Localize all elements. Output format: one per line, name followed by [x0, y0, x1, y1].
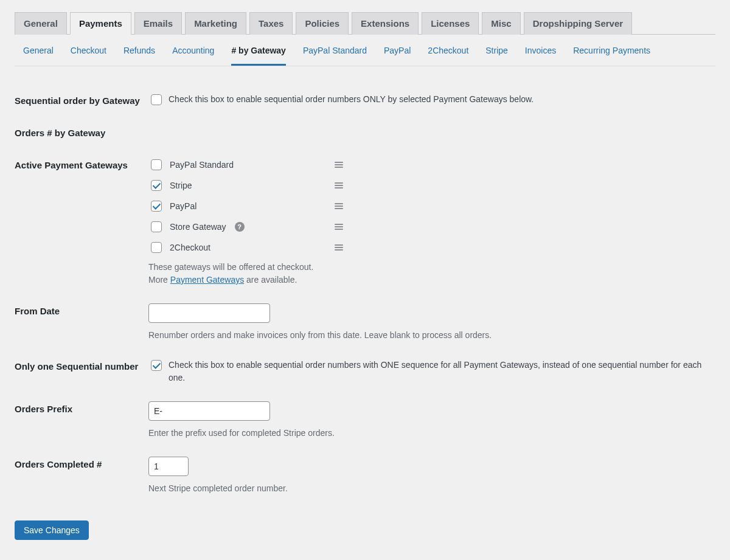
orders-completed-desc: Next Stripe completed order number. [148, 482, 715, 495]
secondary-tab[interactable]: Refunds [123, 46, 155, 66]
gateway-row: 2Checkout [148, 240, 343, 255]
gateway-checkbox[interactable] [151, 201, 162, 212]
gateway-name: 2Checkout [170, 243, 210, 252]
section-heading: Orders # by Gateway [15, 117, 715, 149]
gateway-row: PayPal [148, 199, 343, 213]
seq-by-gateway-checkbox[interactable] [151, 94, 162, 105]
gateway-name: Stripe [170, 181, 192, 190]
secondary-tab[interactable]: Invoices [525, 46, 556, 66]
primary-tab[interactable]: Policies [296, 12, 349, 35]
primary-tab[interactable]: Marketing [185, 12, 246, 35]
gateway-row: Store Gateway? [148, 220, 343, 234]
secondary-tab[interactable]: 2Checkout [428, 46, 468, 66]
gateway-checkbox[interactable] [151, 242, 162, 253]
gateway-name: Store Gateway [170, 222, 226, 232]
gateway-label[interactable]: Stripe [148, 178, 192, 193]
secondary-tab[interactable]: # by Gateway [231, 46, 286, 66]
from-date-label: From Date [15, 295, 148, 350]
primary-tab[interactable]: Dropshipping Server [524, 12, 632, 35]
gateway-name: PayPal Standard [170, 160, 234, 170]
primary-tab[interactable]: Emails [134, 12, 182, 35]
gateway-checkbox[interactable] [151, 221, 162, 232]
primary-tab[interactable]: General [15, 12, 67, 35]
primary-tab[interactable]: Taxes [249, 12, 293, 35]
secondary-tab[interactable]: Accounting [172, 46, 214, 66]
secondary-tab[interactable]: Checkout [71, 46, 106, 66]
drag-handle-icon[interactable] [335, 244, 343, 251]
help-icon[interactable]: ? [235, 222, 245, 232]
active-gateways-label: Active Payment Gateways [15, 149, 148, 295]
seq-by-gateway-field[interactable]: Check this box to enable sequential orde… [148, 93, 534, 107]
gateway-label[interactable]: PayPal [148, 199, 196, 213]
drag-handle-icon[interactable] [335, 162, 343, 168]
from-date-input[interactable] [148, 303, 270, 323]
gateways-description: These gateways will be offered at checko… [148, 261, 715, 286]
gateway-label[interactable]: Store Gateway? [148, 220, 245, 234]
one-seq-text: Check this box to enable sequential orde… [169, 359, 715, 384]
orders-completed-input[interactable] [148, 457, 189, 476]
secondary-tab[interactable]: Stripe [485, 46, 508, 66]
primary-tabs: GeneralPaymentsEmailsMarketingTaxesPolic… [15, 12, 715, 35]
seq-by-gateway-label: Sequential order by Gateway [15, 85, 148, 117]
orders-prefix-desc: Enter the prefix used for completed Stri… [148, 427, 715, 440]
drag-handle-icon[interactable] [335, 182, 343, 188]
gateway-row: PayPal Standard [148, 157, 343, 172]
orders-prefix-input[interactable] [148, 401, 270, 421]
secondary-tabs: GeneralCheckoutRefundsAccounting# by Gat… [15, 35, 715, 66]
gateway-checkbox[interactable] [151, 159, 162, 170]
payment-gateways-link[interactable]: Payment Gateways [170, 275, 244, 285]
gateway-list: PayPal StandardStripePayPalStore Gateway… [148, 157, 715, 255]
secondary-tab[interactable]: General [23, 46, 54, 66]
secondary-tab[interactable]: Recurring Payments [573, 46, 650, 66]
save-button[interactable]: Save Changes [15, 520, 89, 540]
drag-handle-icon[interactable] [335, 224, 343, 230]
primary-tab[interactable]: Licenses [422, 12, 479, 35]
gateway-checkbox[interactable] [151, 180, 162, 191]
secondary-tab[interactable]: PayPal Standard [303, 46, 367, 66]
primary-tab[interactable]: Payments [70, 12, 131, 35]
from-date-desc: Renumber orders and make invoices only f… [148, 329, 715, 342]
gateway-name: PayPal [170, 201, 196, 211]
secondary-tab[interactable]: PayPal [384, 46, 411, 66]
one-seq-label: Only one Sequential number [15, 350, 148, 393]
gateway-label[interactable]: PayPal Standard [148, 157, 234, 172]
one-seq-checkbox[interactable] [151, 360, 162, 371]
gateway-row: Stripe [148, 178, 343, 193]
orders-prefix-label: Orders Prefix [15, 393, 148, 448]
drag-handle-icon[interactable] [335, 203, 343, 209]
orders-completed-label: Orders Completed # [15, 448, 148, 503]
primary-tab[interactable]: Extensions [352, 12, 419, 35]
gateway-label[interactable]: 2Checkout [148, 240, 210, 255]
one-seq-field[interactable]: Check this box to enable sequential orde… [148, 359, 715, 384]
primary-tab[interactable]: Misc [482, 12, 520, 35]
seq-by-gateway-text: Check this box to enable sequential orde… [169, 93, 534, 106]
